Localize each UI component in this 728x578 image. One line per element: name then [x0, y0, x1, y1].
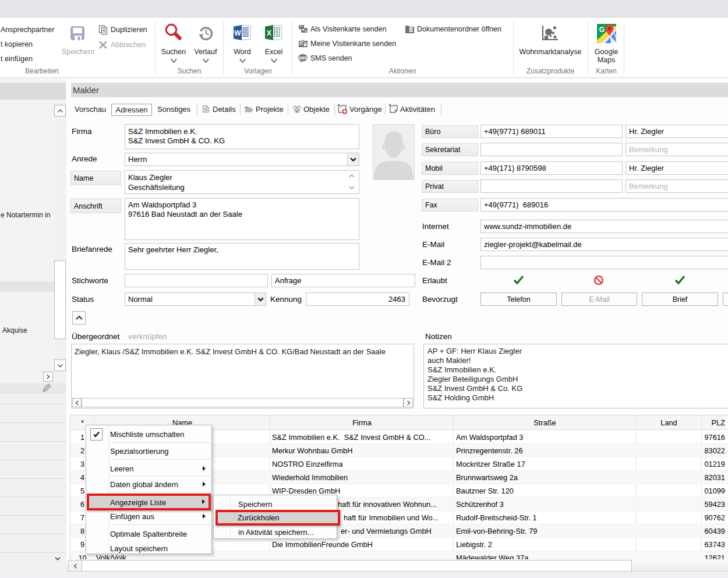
svg-text:X: X	[267, 29, 271, 37]
svg-text:W: W	[234, 29, 241, 37]
svg-text:G: G	[599, 26, 605, 34]
svg-text:SMS: SMS	[298, 56, 308, 60]
